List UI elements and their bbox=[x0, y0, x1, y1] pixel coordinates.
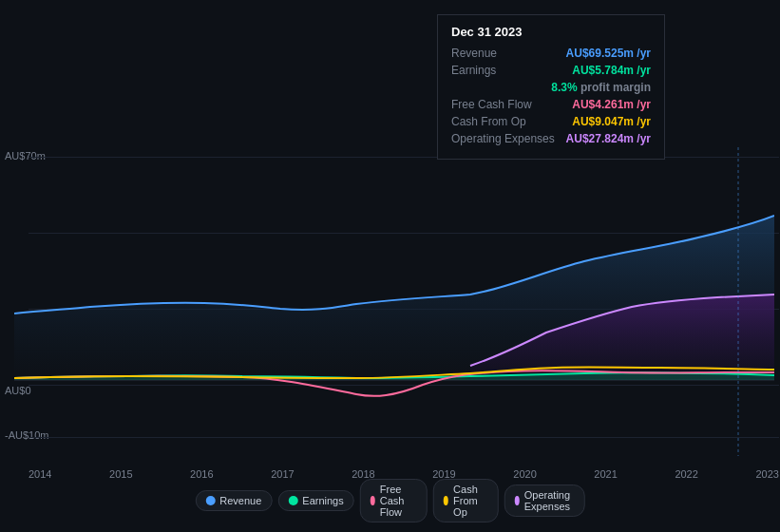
legend-label-cashfromop: Cash From Op bbox=[453, 484, 487, 518]
tooltip-fcf-row: Free Cash Flow AU$4.261m /yr bbox=[451, 98, 651, 111]
fcf-label: Free Cash Flow bbox=[451, 98, 532, 111]
opex-value: AU$27.824m /yr bbox=[566, 132, 651, 145]
x-label-2022: 2022 bbox=[675, 468, 697, 480]
tooltip-opex-row: Operating Expenses AU$27.824m /yr bbox=[451, 132, 651, 145]
cashfromop-label: Cash From Op bbox=[451, 115, 526, 128]
margin-label-text: profit margin bbox=[580, 81, 651, 94]
tooltip-revenue-row: Revenue AU$69.525m /yr bbox=[451, 47, 651, 60]
legend-fcf[interactable]: Free Cash Flow bbox=[360, 479, 428, 522]
legend-label-fcf: Free Cash Flow bbox=[380, 484, 417, 518]
chart-svg bbox=[14, 147, 774, 456]
legend-dot-earnings bbox=[288, 496, 297, 505]
x-label-2014: 2014 bbox=[29, 468, 51, 480]
x-label-2015: 2015 bbox=[109, 468, 132, 480]
x-label-2023: 2023 bbox=[755, 468, 778, 480]
legend-dot-revenue bbox=[205, 496, 215, 505]
tooltip-cashfromop-row: Cash From Op AU$9.047m /yr bbox=[451, 115, 651, 128]
legend-cashfromop[interactable]: Cash From Op bbox=[433, 479, 498, 522]
legend-revenue[interactable]: Revenue bbox=[195, 490, 272, 511]
tooltip-date: Dec 31 2023 bbox=[451, 25, 651, 39]
x-label-2021: 2021 bbox=[594, 468, 617, 480]
tooltip-earnings-row: Earnings AU$5.784m /yr bbox=[451, 64, 651, 77]
legend-label-revenue: Revenue bbox=[219, 495, 261, 506]
cashfromop-value: AU$9.047m /yr bbox=[572, 115, 651, 128]
fcf-value: AU$4.261m /yr bbox=[572, 98, 651, 111]
legend-dot-fcf bbox=[371, 496, 375, 505]
revenue-value: AU$69.525m /yr bbox=[566, 47, 651, 60]
margin-row: 8.3% profit margin bbox=[451, 81, 651, 94]
legend-earnings[interactable]: Earnings bbox=[277, 490, 353, 511]
earnings-label: Earnings bbox=[451, 64, 496, 77]
legend-label-earnings: Earnings bbox=[302, 495, 343, 506]
revenue-label: Revenue bbox=[451, 47, 497, 60]
legend-opex[interactable]: Operating Expenses bbox=[504, 484, 584, 517]
earnings-value: AU$5.784m /yr bbox=[572, 64, 651, 77]
tooltip: Dec 31 2023 Revenue AU$69.525m /yr Earni… bbox=[437, 14, 665, 160]
margin-badge: 8.3% profit margin bbox=[551, 81, 651, 94]
margin-pct: 8.3% bbox=[551, 81, 577, 94]
legend-label-opex: Operating Expenses bbox=[524, 489, 575, 512]
legend-dot-cashfromop bbox=[444, 496, 448, 505]
chart-container: Dec 31 2023 Revenue AU$69.525m /yr Earni… bbox=[0, 0, 780, 532]
chart-legend: Revenue Earnings Free Cash Flow Cash Fro… bbox=[195, 479, 585, 522]
opex-label: Operating Expenses bbox=[451, 132, 555, 145]
legend-dot-opex bbox=[514, 496, 519, 505]
